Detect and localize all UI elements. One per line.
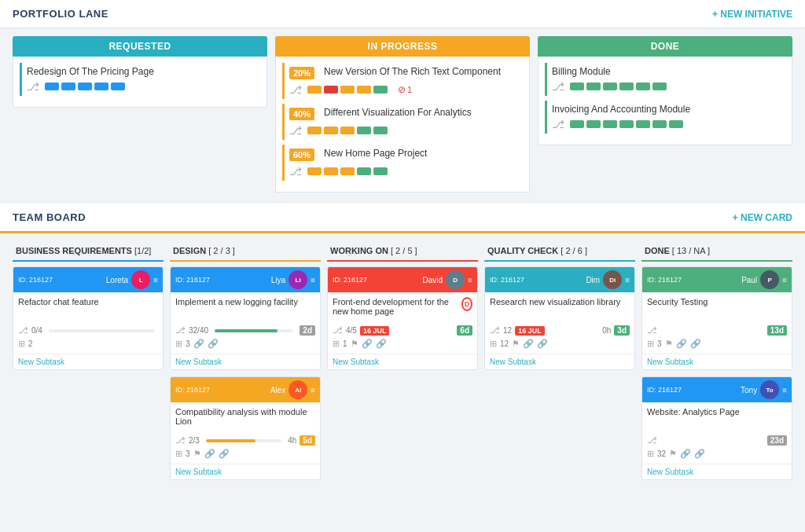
link-icon: 🔗: [680, 449, 691, 459]
menu-icon[interactable]: ≡: [311, 276, 315, 284]
card-header-right: Loreta L ≡: [106, 270, 158, 289]
subtask-icon: ⊞: [175, 449, 182, 459]
link-icon-2: 🔗: [376, 339, 387, 349]
share-icon: ⎇: [27, 80, 39, 93]
color-block: [603, 83, 617, 90]
task-description: Refactor chat feature: [18, 297, 158, 321]
new-subtask-button[interactable]: New Subtask: [171, 354, 320, 369]
time-hours: 0h: [602, 326, 611, 335]
card-header: ID: 216127 Tony To ≡: [642, 377, 792, 402]
menu-icon[interactable]: ≡: [782, 386, 787, 394]
portfolio-card[interactable]: 20% New Version Of The Rich Text Compone…: [282, 63, 523, 99]
requested-header: REQUESTED: [13, 36, 267, 57]
share-icon: ⎇: [18, 325, 28, 336]
portfolio-top-bar: PORTFOLIO LANE + NEW INITIATIVE: [0, 0, 805, 28]
menu-icon[interactable]: ≡: [153, 276, 158, 284]
link-icon: 🔗: [523, 339, 534, 349]
share-icon: ⎇: [490, 325, 500, 336]
task-description: Research new visualization library: [490, 297, 630, 321]
progress-fill: [215, 329, 278, 332]
color-block: [636, 83, 650, 90]
card-row: ⎇ ⊘ 1: [289, 83, 518, 96]
link-icon-2: 🔗: [208, 339, 219, 349]
color-block: [586, 83, 601, 90]
color-block: [357, 127, 371, 134]
task-card[interactable]: ID: 216127 Paul P ≡ Security Testing ⎇ 1…: [641, 266, 792, 370]
flag-icon: ⚑: [351, 339, 358, 349]
task-card[interactable]: ID: 216127 Alex Al ≡ Compatibility analy…: [170, 376, 321, 480]
link-icon: 🔗: [362, 339, 373, 349]
time-badge: 6d: [457, 325, 472, 336]
color-block: [94, 83, 108, 90]
time-hours: 4h: [288, 436, 296, 445]
col-count: [ 2 / 3 ]: [208, 246, 235, 255]
new-card-button[interactable]: + NEW CARD: [733, 212, 792, 223]
link-icon: 🔗: [204, 449, 215, 459]
progress-fill: [206, 439, 256, 442]
new-subtask-button[interactable]: New Subtask: [171, 464, 320, 479]
subtask-count: 3: [186, 449, 190, 458]
color-block: [307, 167, 322, 175]
card-title: Different Visualization For Analytics: [324, 107, 472, 118]
subtask-count: 1: [343, 339, 347, 348]
task-description: Front-end development for the new home p…: [333, 297, 472, 321]
task-card[interactable]: ID: 216127 David D ≡ Front-end developme…: [327, 266, 478, 370]
task-meta: ⎇ 0/4: [18, 325, 158, 336]
subtask-icon: ⊞: [18, 339, 25, 349]
color-block: [570, 120, 584, 128]
task-description: Implement a new logging facility: [175, 297, 315, 321]
portfolio-card[interactable]: Billing Module ⎇: [545, 63, 785, 96]
new-subtask-button[interactable]: New Subtask: [13, 354, 163, 369]
task-card[interactable]: ID: 216127 Loreta L ≡ Refactor chat feat…: [13, 266, 164, 370]
portfolio-col-requested: REQUESTED Redesign Of The Pricing Page ⎇: [13, 36, 267, 193]
menu-icon[interactable]: ≡: [782, 276, 787, 284]
task-card[interactable]: ID: 216127 Liya Li ≡ Implement a new log…: [170, 266, 321, 370]
color-block: [45, 83, 59, 90]
card-header: ID: 216127 Loreta L ≡: [13, 267, 163, 292]
flag-icon: ⚑: [193, 449, 201, 459]
subtask-icon: ⊞: [647, 449, 654, 459]
task-meta-2: ⊞ 1 ⚑ 🔗 🔗: [333, 339, 472, 349]
task-meta: ⎇ 32/40 2d: [175, 325, 315, 336]
portfolio-card[interactable]: Invoicing And Accounting Module ⎇: [545, 101, 785, 134]
subtask-count: 3: [657, 339, 662, 348]
portfolio-card[interactable]: 40% Different Visualization For Analytic…: [282, 104, 523, 140]
avatar: Di: [603, 270, 622, 289]
task-card[interactable]: ID: 216127 Dim Di ≡ Research new visuali…: [484, 266, 635, 370]
new-subtask-button[interactable]: New Subtask: [642, 354, 792, 369]
color-block: [619, 83, 634, 90]
task-id: ID: 216127: [175, 386, 210, 394]
date-badge: 16 JUL: [515, 326, 545, 336]
link-icon: 🔗: [676, 339, 687, 349]
new-subtask-button[interactable]: New Subtask: [642, 464, 792, 479]
new-subtask-button[interactable]: New Subtask: [485, 354, 634, 369]
subtask-icon: ⊞: [175, 339, 182, 349]
new-initiative-button[interactable]: + NEW INITIATIVE: [712, 9, 792, 20]
avatar: Al: [289, 380, 307, 399]
team-board-title: TEAM BOARD: [13, 211, 86, 223]
board-col-done: DONE [ 13 / NA ] ID: 216127 Paul P ≡ Sec…: [641, 241, 792, 486]
portfolio-card[interactable]: 60% New Home Page Project ⎇: [282, 145, 523, 181]
portfolio-col-inprogress: IN PROGRESS 20% New Version Of The Rich …: [275, 36, 530, 193]
subtask-icon: ⊞: [490, 339, 497, 349]
avatar: P: [760, 270, 779, 289]
subtask-count: 3: [186, 339, 190, 348]
card-header-right: Liya Li ≡: [271, 270, 315, 289]
menu-icon[interactable]: ≡: [311, 386, 315, 394]
portfolio-card[interactable]: Redesign Of The Pricing Page ⎇: [20, 63, 260, 96]
color-block: [307, 86, 322, 94]
task-card[interactable]: ID: 216127 Tony To ≡ Website: Analytics …: [641, 376, 792, 480]
color-block: [373, 86, 388, 94]
menu-icon[interactable]: ≡: [625, 276, 630, 284]
card-header-right: Tony To ≡: [741, 380, 787, 399]
menu-icon[interactable]: ≡: [468, 276, 472, 284]
percent-badge: 60%: [289, 149, 314, 161]
link-icon-2: 🔗: [219, 449, 230, 459]
share-icon: ⎇: [333, 325, 343, 336]
assignee-name: Loreta: [106, 276, 128, 284]
share-icon: ⎇: [175, 325, 186, 336]
date-badge: 16 JUL: [360, 326, 390, 336]
card-row: ⎇: [289, 165, 518, 178]
blocked-count: 1: [407, 85, 412, 94]
new-subtask-button[interactable]: New Subtask: [328, 354, 477, 369]
